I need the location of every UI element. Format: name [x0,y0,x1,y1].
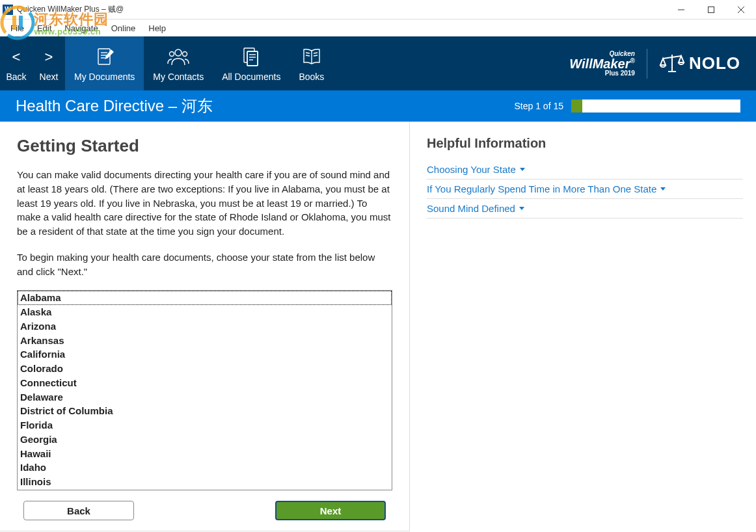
toolbar-books[interactable]: Books [290,36,333,90]
state-option[interactable]: Alabama [18,291,392,305]
svg-line-24 [314,53,317,53]
svg-line-23 [306,55,310,56]
main-toolbar: < Back > Next My Documents My Contacts A… [0,36,756,90]
app-icon: W [3,5,13,15]
state-option[interactable]: Delaware [18,390,392,405]
state-option[interactable]: Alaska [18,305,392,319]
state-option[interactable]: Indiana [18,489,392,490]
people-icon [167,46,190,69]
svg-rect-1 [709,7,714,13]
book-icon [300,46,323,69]
wizard-buttons: Back Next [17,501,392,520]
state-option[interactable]: Georgia [18,432,392,447]
menu-navigate[interactable]: Navigate [58,21,104,35]
state-option[interactable]: Idaho [18,460,392,475]
help-link-label: Choosing Your State [427,164,516,175]
progress-bar [571,100,740,113]
menu-edit[interactable]: Edit [31,21,58,35]
state-option[interactable]: Arkansas [18,334,392,348]
svg-rect-16 [247,51,258,66]
documents-icon [239,46,263,69]
caret-down-icon [519,207,524,210]
willmaker-logo: Quicken WillMaker® Plus 2019 [569,51,635,77]
nolo-logo: NOLO [659,52,740,75]
next-button[interactable]: Next [275,501,386,520]
maximize-button[interactable] [696,0,726,20]
menubar: File Edit Navigate Online Help [0,20,756,36]
minimize-button[interactable] [666,0,696,20]
svg-point-14 [183,51,187,56]
window-controls [666,0,756,20]
menu-file[interactable]: File [4,21,31,35]
scales-icon [659,52,685,75]
state-option[interactable]: District of Columbia [18,404,392,418]
help-topic-link[interactable]: If You Regularly Spend Time in More Than… [427,180,743,199]
chevron-left-icon: < [12,50,21,64]
caret-down-icon [520,168,525,171]
section-heading: Getting Started [17,136,392,156]
menu-help[interactable]: Help [142,21,172,35]
state-option[interactable]: Colorado [18,362,392,376]
intro-paragraph-1: You can make valid documents directing y… [17,168,392,239]
state-option[interactable]: Arizona [18,319,392,334]
window-title: Quicken WillMaker Plus – 贼@ [17,4,124,15]
svg-point-12 [175,49,182,56]
brand-divider [647,49,647,79]
intro-paragraph-2: To begin making your health care documen… [17,250,392,279]
help-topic-link[interactable]: Choosing Your State [427,160,743,180]
state-option[interactable]: California [18,347,392,362]
document-edit-icon [93,46,116,69]
help-link-label: If You Regularly Spend Time in More Than… [427,183,656,194]
main-pane: Getting Started You can make valid docum… [0,122,410,531]
toolbar-my-contacts[interactable]: My Contacts [144,36,213,90]
menu-online[interactable]: Online [105,21,142,35]
content-area: Getting Started You can make valid docum… [0,122,756,531]
brand-area: Quicken WillMaker® Plus 2019 NOLO [569,49,749,79]
state-option[interactable]: Connecticut [18,376,392,390]
close-button[interactable] [726,0,756,20]
help-topic-link[interactable]: Sound Mind Defined [427,199,743,219]
state-option[interactable]: Hawaii [18,447,392,461]
help-pane: Helpful Information Choosing Your StateI… [410,122,756,531]
svg-line-25 [314,55,317,56]
help-link-label: Sound Mind Defined [427,203,515,214]
caret-down-icon [660,187,666,191]
chevron-right-icon: > [45,50,53,64]
page-title: Health Care Directive – 河东 [16,96,514,116]
state-listbox[interactable]: AlabamaAlaskaArizonaArkansasCaliforniaCo… [17,290,392,490]
subheader: Health Care Directive – 河东 Step 1 of 15 [0,90,756,122]
help-heading: Helpful Information [427,136,743,151]
window-titlebar: W Quicken WillMaker Plus – 贼@ [0,0,756,20]
svg-line-22 [306,53,310,53]
state-option[interactable]: Illinois [18,475,392,489]
toolbar-back[interactable]: < Back [0,36,33,90]
step-indicator: Step 1 of 15 [514,101,563,111]
toolbar-next[interactable]: > Next [33,36,65,90]
progress-fill [571,100,582,113]
state-option[interactable]: Florida [18,418,392,432]
toolbar-my-documents[interactable]: My Documents [65,36,144,90]
svg-point-13 [170,51,174,56]
back-button[interactable]: Back [23,501,134,520]
toolbar-all-documents[interactable]: All Documents [213,36,290,90]
